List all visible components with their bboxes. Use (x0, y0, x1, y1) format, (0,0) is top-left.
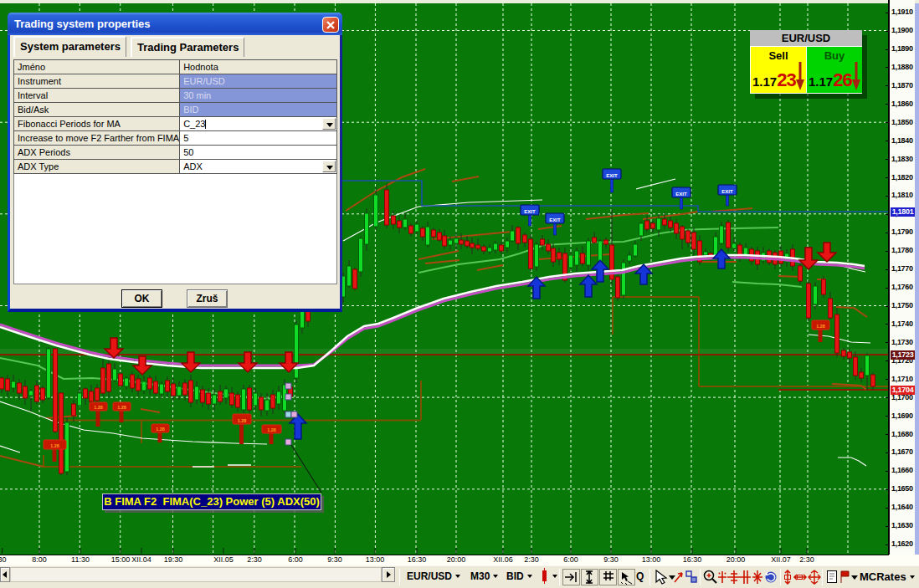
svg-text:EXIT: EXIT (675, 192, 687, 197)
svg-text:EXIT: EXIT (549, 217, 561, 222)
svg-text:1.28: 1.28 (267, 427, 276, 432)
svg-text:EXIT: EXIT (721, 189, 733, 194)
svg-text:1.28: 1.28 (156, 427, 165, 432)
svg-text:EXIT: EXIT (524, 209, 536, 214)
svg-text:1.28: 1.28 (50, 443, 59, 448)
svg-text:1.28: 1.28 (238, 418, 247, 423)
svg-text:1.28: 1.28 (816, 324, 825, 329)
svg-text:1.28: 1.28 (94, 405, 103, 410)
svg-text:EXIT: EXIT (606, 173, 618, 178)
svg-text:1.28: 1.28 (117, 405, 126, 410)
